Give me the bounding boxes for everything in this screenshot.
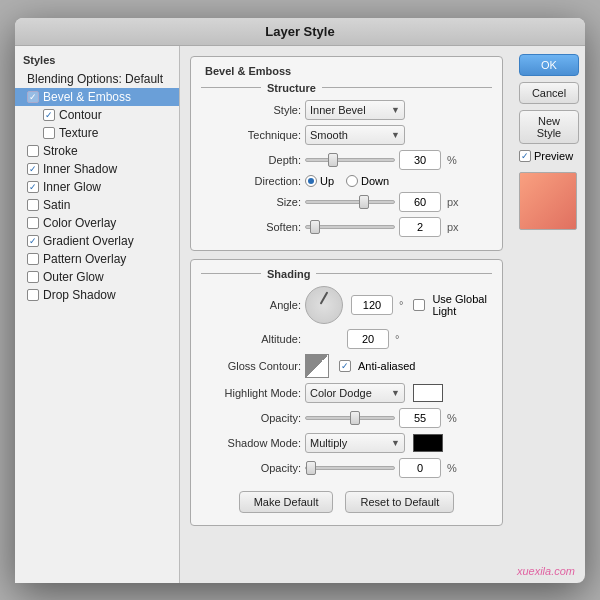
label-bevel-emboss: Bevel & Emboss (43, 90, 131, 104)
highlight-mode-arrow: ▼ (391, 388, 400, 398)
direction-down[interactable]: Down (346, 175, 389, 187)
checkbox-texture[interactable] (43, 127, 55, 139)
sidebar-item-inner-glow[interactable]: ✓Inner Glow (15, 178, 179, 196)
ok-button[interactable]: OK (519, 54, 579, 76)
shadow-color-swatch[interactable] (413, 434, 443, 452)
soften-row: Soften: px (201, 217, 492, 237)
sidebar-blending-label: Blending Options: Default (27, 72, 163, 86)
size-unit: px (447, 196, 459, 208)
highlight-opacity-input[interactable] (399, 408, 441, 428)
sidebar-item-blending[interactable]: Blending Options: Default (15, 70, 179, 88)
sidebar-item-stroke[interactable]: Stroke (15, 142, 179, 160)
anti-aliased-checkbox[interactable]: ✓ (339, 360, 351, 372)
cancel-button[interactable]: Cancel (519, 82, 579, 104)
preview-label: Preview (534, 150, 573, 162)
label-drop-shadow: Drop Shadow (43, 288, 116, 302)
preview-checkbox-row: ✓ Preview (519, 150, 579, 162)
sidebar-item-bevel-emboss[interactable]: ✓Bevel & Emboss (15, 88, 179, 106)
technique-row: Technique: Smooth ▼ (201, 125, 492, 145)
use-global-light-checkbox[interactable] (413, 299, 425, 311)
direction-up[interactable]: Up (305, 175, 334, 187)
dialog-title: Layer Style (15, 18, 585, 46)
sidebar-item-drop-shadow[interactable]: Drop Shadow (15, 286, 179, 304)
label-inner-shadow: Inner Shadow (43, 162, 117, 176)
direction-up-radio[interactable] (305, 175, 317, 187)
structure-section: Bevel & Emboss Structure Style: Inner Be… (190, 56, 503, 251)
size-slider[interactable] (305, 200, 395, 204)
shadow-opacity-unit: % (447, 462, 457, 474)
size-thumb[interactable] (359, 195, 369, 209)
checkbox-bevel-emboss[interactable]: ✓ (27, 91, 39, 103)
sidebar-item-pattern-overlay[interactable]: Pattern Overlay (15, 250, 179, 268)
checkbox-drop-shadow[interactable] (27, 289, 39, 301)
shadow-opacity-label: Opacity: (201, 462, 301, 474)
label-stroke: Stroke (43, 144, 78, 158)
sidebar-item-outer-glow[interactable]: Outer Glow (15, 268, 179, 286)
direction-label: Direction: (201, 175, 301, 187)
sidebar-title: Styles (15, 52, 179, 70)
sidebar-item-color-overlay[interactable]: Color Overlay (15, 214, 179, 232)
checkbox-inner-shadow[interactable]: ✓ (27, 163, 39, 175)
angle-input[interactable] (351, 295, 393, 315)
soften-slider[interactable] (305, 225, 395, 229)
altitude-unit: ° (395, 333, 399, 345)
depth-label: Depth: (201, 154, 301, 166)
make-default-button[interactable]: Make Default (239, 491, 334, 513)
depth-slider[interactable] (305, 158, 395, 162)
depth-unit: % (447, 154, 457, 166)
watermark: xuexila.com (517, 565, 575, 577)
style-select[interactable]: Inner Bevel ▼ (305, 100, 405, 120)
shadow-opacity-input[interactable] (399, 458, 441, 478)
shadow-opacity-thumb[interactable] (306, 461, 316, 475)
preview-checkbox[interactable]: ✓ (519, 150, 531, 162)
label-pattern-overlay: Pattern Overlay (43, 252, 126, 266)
sidebar-item-inner-shadow[interactable]: ✓Inner Shadow (15, 160, 179, 178)
checkbox-contour[interactable]: ✓ (43, 109, 55, 121)
highlight-opacity-thumb[interactable] (350, 411, 360, 425)
layer-style-dialog: Layer Style Styles Blending Options: Def… (15, 18, 585, 583)
size-label: Size: (201, 196, 301, 208)
angle-label: Angle: (201, 299, 301, 311)
highlight-opacity-slider[interactable] (305, 416, 395, 420)
direction-row: Direction: Up Down (201, 175, 492, 187)
depth-thumb[interactable] (328, 153, 338, 167)
use-global-light-label: Use Global Light (432, 293, 492, 317)
checkbox-pattern-overlay[interactable] (27, 253, 39, 265)
angle-dial[interactable] (305, 286, 343, 324)
checkbox-inner-glow[interactable]: ✓ (27, 181, 39, 193)
right-buttons-panel: OK Cancel New Style ✓ Preview (513, 46, 585, 583)
soften-thumb[interactable] (310, 220, 320, 234)
style-select-arrow: ▼ (391, 105, 400, 115)
sidebar-item-gradient-overlay[interactable]: ✓Gradient Overlay (15, 232, 179, 250)
main-content: Bevel & Emboss Structure Style: Inner Be… (180, 46, 513, 583)
shadow-opacity-slider[interactable] (305, 466, 395, 470)
sidebar-item-satin[interactable]: Satin (15, 196, 179, 214)
size-input[interactable] (399, 192, 441, 212)
contour-thumb[interactable] (305, 354, 329, 378)
checkbox-color-overlay[interactable] (27, 217, 39, 229)
size-row: Size: px (201, 192, 492, 212)
sidebar: Styles Blending Options: Default ✓Bevel … (15, 46, 180, 583)
checkbox-satin[interactable] (27, 199, 39, 211)
reset-to-default-button[interactable]: Reset to Default (345, 491, 454, 513)
sidebar-item-contour[interactable]: ✓Contour (15, 106, 179, 124)
shadow-mode-row: Shadow Mode: Multiply ▼ (201, 433, 492, 453)
preview-box (519, 172, 577, 230)
direction-down-radio[interactable] (346, 175, 358, 187)
sidebar-item-texture[interactable]: Texture (15, 124, 179, 142)
soften-unit: px (447, 221, 459, 233)
highlight-mode-row: Highlight Mode: Color Dodge ▼ (201, 383, 492, 403)
altitude-input[interactable] (347, 329, 389, 349)
technique-select[interactable]: Smooth ▼ (305, 125, 405, 145)
highlight-mode-select[interactable]: Color Dodge ▼ (305, 383, 405, 403)
shadow-mode-select[interactable]: Multiply ▼ (305, 433, 405, 453)
soften-input[interactable] (399, 217, 441, 237)
style-row: Style: Inner Bevel ▼ (201, 100, 492, 120)
direction-group: Up Down (305, 175, 389, 187)
checkbox-stroke[interactable] (27, 145, 39, 157)
checkbox-outer-glow[interactable] (27, 271, 39, 283)
checkbox-gradient-overlay[interactable]: ✓ (27, 235, 39, 247)
highlight-color-swatch[interactable] (413, 384, 443, 402)
new-style-button[interactable]: New Style (519, 110, 579, 144)
depth-input[interactable] (399, 150, 441, 170)
